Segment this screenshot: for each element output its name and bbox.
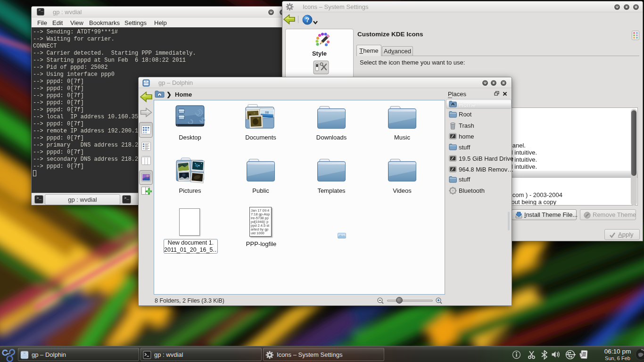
- svg-text:?: ?: [305, 16, 310, 24]
- svg-text:08: 08: [265, 111, 269, 114]
